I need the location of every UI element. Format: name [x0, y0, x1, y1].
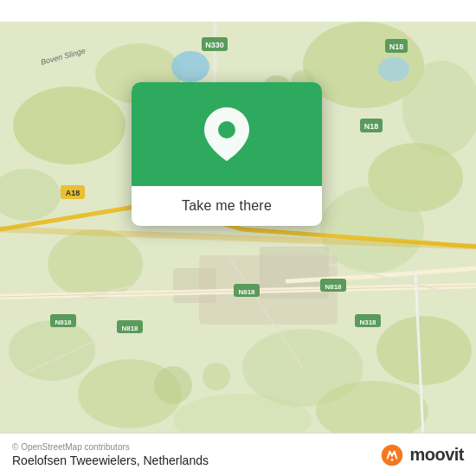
- svg-point-1: [13, 87, 125, 164]
- bottom-left: © OpenStreetMap contributors Roelofsen T…: [12, 442, 209, 467]
- location-pin-icon: [204, 107, 249, 161]
- take-me-there-button[interactable]: Take me there: [132, 186, 322, 226]
- svg-point-20: [378, 57, 409, 81]
- svg-point-62: [391, 458, 394, 460]
- svg-text:A18: A18: [66, 189, 80, 197]
- popup-card: Take me there: [132, 82, 322, 226]
- svg-point-18: [203, 363, 230, 390]
- moovit-text: moovit: [409, 445, 464, 465]
- svg-point-60: [218, 121, 235, 138]
- svg-point-12: [376, 316, 472, 385]
- svg-text:N818: N818: [238, 288, 255, 296]
- moovit-icon: [380, 443, 404, 467]
- location-name: Roelofsen Tweewielers, Netherlands: [12, 453, 209, 467]
- map-attribution: © OpenStreetMap contributors: [12, 442, 209, 452]
- map-container: N330 N330 N18 N18 A18 N818 N818 N818 N81…: [0, 0, 476, 476]
- svg-text:N330: N330: [205, 41, 224, 49]
- svg-text:N18: N18: [389, 42, 404, 51]
- svg-text:N318: N318: [359, 318, 376, 326]
- popup-green-header: [132, 82, 322, 186]
- svg-text:N818: N818: [55, 318, 72, 326]
- svg-point-9: [9, 320, 95, 381]
- svg-point-17: [154, 366, 192, 404]
- svg-text:N818: N818: [325, 283, 342, 291]
- svg-text:N818: N818: [121, 325, 138, 332]
- moovit-logo: moovit: [380, 443, 464, 467]
- map-background: N330 N330 N18 N18 A18 N818 N818 N818 N81…: [0, 0, 476, 476]
- svg-point-19: [171, 51, 209, 82]
- svg-text:N18: N18: [364, 122, 379, 131]
- svg-point-8: [48, 229, 143, 299]
- bottom-bar: © OpenStreetMap contributors Roelofsen T…: [0, 433, 476, 476]
- svg-rect-23: [173, 268, 216, 303]
